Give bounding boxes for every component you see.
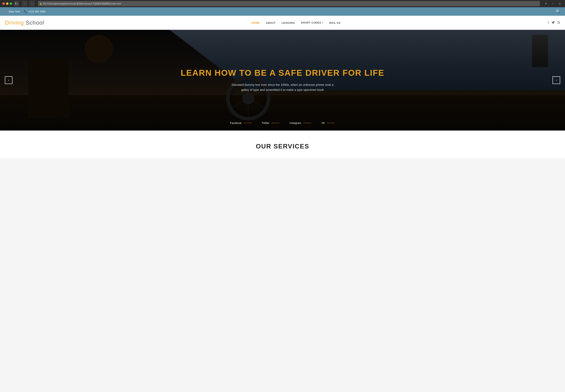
tab-overview-button[interactable]: ⧉ — [557, 1, 563, 6]
browser-titlebar: ‹ › 🔒 ⬆ + ⧉ — [0, 0, 565, 7]
browser-chrome: ‹ › 🔒 ⬆ + ⧉ — [0, 0, 565, 7]
chevron-down-icon: ▾ — [322, 22, 323, 24]
browser-actions: ⬆ + ⧉ — [543, 1, 563, 6]
close-button[interactable] — [2, 2, 5, 5]
lock-icon: 🔒 — [40, 3, 42, 5]
search-icon[interactable]: 🔍 — [556, 9, 560, 14]
svg-rect-0 — [15, 2, 16, 5]
nav-link-about[interactable]: ABOUT — [266, 21, 276, 24]
website-content: 📍 New York 📞 +123 456 7890 🔍 Driving Sch… — [0, 7, 565, 158]
nav-link-shortcodes[interactable]: SHORT CODES — [301, 21, 321, 24]
twitter-icon[interactable] — [552, 21, 555, 24]
add-tab-button[interactable]: + — [550, 1, 556, 6]
phone-text: +123 456 7890 — [28, 10, 45, 13]
nav-item-home[interactable]: HOME — [252, 21, 260, 25]
nav-dropdown-shortcodes[interactable]: SHORT CODES ▾ — [301, 21, 323, 24]
hero-social-facebook[interactable]: Facebook — [230, 122, 252, 125]
nav-link-home[interactable]: HOME — [252, 21, 260, 24]
maximize-button[interactable] — [10, 2, 12, 5]
hero-next-button[interactable]: › — [552, 76, 560, 84]
nav-item-mail[interactable]: MAIL US — [329, 21, 341, 25]
hero-social-vk[interactable]: VK — [321, 122, 335, 125]
svg-rect-1 — [16, 2, 18, 3]
social-line-instagram — [303, 123, 311, 123]
top-bar-left: 📍 New York 📞 +123 456 7890 — [5, 10, 45, 13]
twitter-label: Twitter — [262, 122, 269, 125]
share-button[interactable]: ⬆ — [543, 1, 549, 6]
services-title: OUR SERVICES — [5, 143, 560, 150]
forward-button[interactable]: › — [29, 1, 35, 6]
facebook-label: Facebook — [230, 122, 242, 125]
minimize-button[interactable] — [6, 2, 8, 5]
sidebar-toggle-button[interactable] — [14, 1, 19, 6]
nav-item-shortcodes[interactable]: SHORT CODES ▾ — [301, 21, 323, 24]
location-icon: 📍 — [5, 10, 8, 13]
top-bar: 📍 New York 📞 +123 456 7890 🔍 — [0, 7, 565, 16]
hero-prev-button[interactable]: ‹ — [5, 76, 13, 84]
phone-item: 📞 +123 456 7890 — [24, 10, 45, 13]
social-line-twitter — [271, 123, 280, 123]
hero-social-instagram[interactable]: Instagram — [290, 122, 311, 125]
social-line-facebook — [244, 123, 252, 123]
back-button[interactable]: ‹ — [22, 1, 28, 6]
hero-content: LEARN HOW TO BE A SAFE DRIVER FOR LIFE S… — [0, 30, 565, 130]
location-text: New York — [9, 10, 20, 13]
rss-icon[interactable] — [558, 21, 560, 24]
hero-subtitle: Standard dummy text ever since the 1500s… — [228, 82, 337, 92]
facebook-icon[interactable]: f — [548, 21, 549, 24]
nav-link-lessons[interactable]: LESSONS — [282, 21, 295, 24]
vk-label: VK — [321, 122, 325, 125]
svg-rect-3 — [16, 4, 18, 5]
address-bar-wrapper: 🔒 — [38, 1, 540, 6]
hero-social-twitter[interactable]: Twitter — [262, 122, 280, 125]
address-bar-input[interactable] — [43, 2, 538, 5]
nav-links: HOME ABOUT LESSONS SHORT CODES ▾ MAIL US — [252, 21, 341, 25]
logo-driving: Driving — [5, 20, 24, 26]
nav-item-lessons[interactable]: LESSONS — [282, 21, 295, 25]
instagram-label: Instagram — [290, 122, 301, 125]
traffic-lights — [2, 2, 12, 5]
hero-section: ‹ › LEARN HOW TO BE A SAFE DRIVER FOR LI… — [0, 30, 565, 130]
social-line-vk — [327, 123, 335, 123]
hero-title: LEARN HOW TO BE A SAFE DRIVER FOR LIFE — [181, 68, 384, 78]
main-nav: Driving School HOME ABOUT LESSONS SHORT … — [0, 16, 565, 30]
logo-school: School — [26, 20, 44, 26]
phone-icon: 📞 — [24, 10, 27, 13]
location-item: 📍 New York — [5, 10, 20, 13]
nav-social: f — [548, 21, 560, 24]
svg-rect-2 — [16, 3, 18, 4]
services-section: OUR SERVICES — [0, 130, 565, 158]
svg-point-4 — [558, 23, 558, 24]
nav-item-about[interactable]: ABOUT — [266, 21, 276, 25]
nav-link-mail[interactable]: MAIL US — [329, 21, 341, 24]
site-logo[interactable]: Driving School — [5, 20, 44, 26]
hero-social-links: Facebook Twitter Instagram VK — [0, 122, 565, 125]
